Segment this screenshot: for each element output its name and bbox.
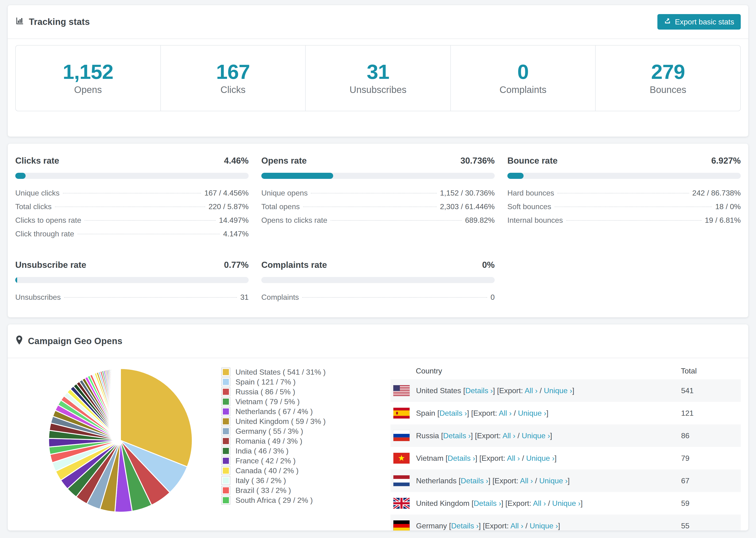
geo-opens-title-text: Campaign Geo Opens (28, 336, 122, 346)
legend-swatch (221, 368, 230, 377)
rate-detail-value: 4.147% (223, 230, 249, 238)
details-link[interactable]: Details › (460, 476, 488, 485)
dotted-leader (557, 193, 689, 193)
stat-value: 1,152 (63, 62, 113, 82)
rate-detail-label: Complaints (261, 293, 299, 301)
legend-swatch (221, 397, 230, 406)
dotted-leader (84, 220, 216, 221)
rate-detail-row: Clicks to opens rate14.497% (15, 216, 249, 230)
bracket: [ (459, 476, 460, 485)
geo-row-flag-cell (391, 424, 416, 447)
complaints-rate-section: Complaints rate0%Complaints0 (261, 260, 495, 306)
tracking-stats-header: Tracking stats Export basic stats (8, 5, 748, 39)
stat-label: Complaints (500, 84, 547, 95)
bounce-rate-head: Bounce rate6.927% (507, 156, 741, 166)
geo-pie-svg (45, 365, 195, 515)
bracket: [ (441, 431, 443, 440)
geo-row-spain: Spain [Details ›] [Export: All › / Uniqu… (391, 402, 741, 424)
export-unique-link[interactable]: Unique › (539, 476, 568, 485)
map-pin-icon (15, 335, 23, 347)
geo-row-total-cell: 121 (681, 402, 741, 424)
rates-card: Clicks rate4.46%Unique clicks167 / 4.456… (8, 144, 748, 317)
page: Tracking stats Export basic stats 1,152O… (0, 0, 756, 530)
geo-row-flag-cell (391, 469, 416, 492)
export-unique-link[interactable]: Unique › (526, 454, 555, 462)
rate-detail-row: Internal bounces19 / 6.81% (507, 216, 741, 230)
rate-detail-value: 31 (240, 293, 249, 301)
bracket: ] [Export: (493, 386, 524, 395)
legend-label: Canada ( 40 / 2% ) (236, 466, 298, 475)
details-link[interactable]: Details › (440, 409, 467, 417)
export-unique-link[interactable]: Unique › (552, 499, 581, 508)
progress-fill (15, 277, 17, 283)
stat-label: Opens (74, 84, 102, 95)
opens-rate-section: Opens rate30.736%Unique opens1,152 / 30.… (261, 156, 495, 243)
geo-row-total-cell: 86 (681, 424, 741, 447)
export-all-link[interactable]: All › (524, 386, 537, 395)
export-basic-stats-button[interactable]: Export basic stats (657, 14, 741, 29)
flag-united-kingdom (393, 498, 410, 509)
stat-label: Unsubscribes (350, 84, 406, 95)
legend-item-united-states: United States ( 541 / 31% ) (221, 367, 360, 377)
progress-fill (261, 173, 333, 179)
country-name: Spain (416, 409, 435, 417)
geo-opens-card: Campaign Geo Opens United States ( 541 /… (8, 324, 748, 530)
rate-detail-label: Hard bounces (507, 189, 554, 197)
rate-title: Opens rate (261, 156, 307, 166)
details-link[interactable]: Details › (451, 521, 478, 530)
legend-label: South Africa ( 29 / 2% ) (236, 496, 313, 505)
geo-opens-body: United States ( 541 / 31% )Spain ( 121 /… (8, 358, 748, 530)
export-all-link[interactable]: All › (511, 521, 523, 530)
stat-value: 31 (367, 62, 389, 82)
rate-value: 0% (482, 260, 495, 270)
details-link[interactable]: Details › (448, 454, 475, 462)
details-link[interactable]: Details › (465, 386, 493, 395)
export-unique-link[interactable]: Unique › (522, 431, 550, 440)
country-links: [Details ›] [Export: All › / Unique ›] (461, 386, 574, 395)
legend-swatch (221, 427, 230, 436)
export-unique-link[interactable]: Unique › (544, 386, 572, 395)
export-unique-link[interactable]: Unique › (530, 521, 558, 530)
details-link[interactable]: Details › (443, 431, 471, 440)
dotted-leader (555, 207, 712, 207)
export-all-link[interactable]: All › (503, 431, 515, 440)
legend-item-italy: Italy ( 36 / 2% ) (221, 476, 360, 485)
export-all-link[interactable]: All › (520, 476, 533, 485)
progress-bar (507, 173, 741, 179)
legend-swatch (221, 456, 230, 465)
legend-label: Brazil ( 33 / 2% ) (236, 486, 291, 495)
geo-row-total-cell: 67 (681, 469, 741, 492)
rate-detail-row: Complaints0 (261, 293, 495, 306)
dotted-leader (331, 220, 462, 221)
country-links: [Details ›] [Export: All › / Unique ›] (444, 454, 557, 462)
progress-bar (15, 173, 249, 179)
clicks-rate-head: Clicks rate4.46% (15, 156, 249, 166)
bounce-rate-section: Bounce rate6.927%Hard bounces242 / 86.73… (507, 156, 741, 243)
geo-row-russia: Russia [Details ›] [Export: All › / Uniq… (391, 424, 741, 447)
legend-item-india: India ( 46 / 3% ) (221, 446, 360, 456)
bracket: ] [Export: (488, 476, 520, 485)
rate-title: Bounce rate (507, 156, 558, 166)
legend-label: France ( 42 / 2% ) (236, 457, 296, 465)
export-unique-link[interactable]: Unique › (518, 409, 546, 417)
legend-swatch (221, 486, 230, 495)
export-all-link[interactable]: All › (507, 454, 520, 462)
details-link[interactable]: Details › (473, 499, 501, 508)
geo-row-country-cell: Netherlands [Details ›] [Export: All › /… (416, 469, 681, 492)
geo-pie-legend: United States ( 541 / 31% )Spain ( 121 /… (221, 367, 360, 505)
geo-table-total-header: Total (681, 362, 741, 379)
legend-label: Netherlands ( 67 / 4% ) (236, 407, 313, 416)
dotted-leader (78, 234, 220, 234)
legend-swatch (221, 437, 230, 446)
export-all-link[interactable]: All › (533, 499, 546, 508)
country-links: [Details ›] [Export: All › / Unique ›] (435, 409, 549, 417)
rate-detail-label: Opens to clicks rate (261, 216, 327, 225)
country-name: United States (416, 386, 461, 395)
legend-label: Romania ( 49 / 3% ) (236, 437, 302, 446)
rate-detail-value: 1,152 / 30.736% (440, 189, 495, 197)
legend-item-germany: Germany ( 55 / 3% ) (221, 426, 360, 436)
bracket: ] [Export: (479, 521, 511, 530)
slash: / (520, 454, 526, 462)
geo-row-netherlands: Netherlands [Details ›] [Export: All › /… (391, 469, 741, 492)
export-all-link[interactable]: All › (499, 409, 512, 417)
